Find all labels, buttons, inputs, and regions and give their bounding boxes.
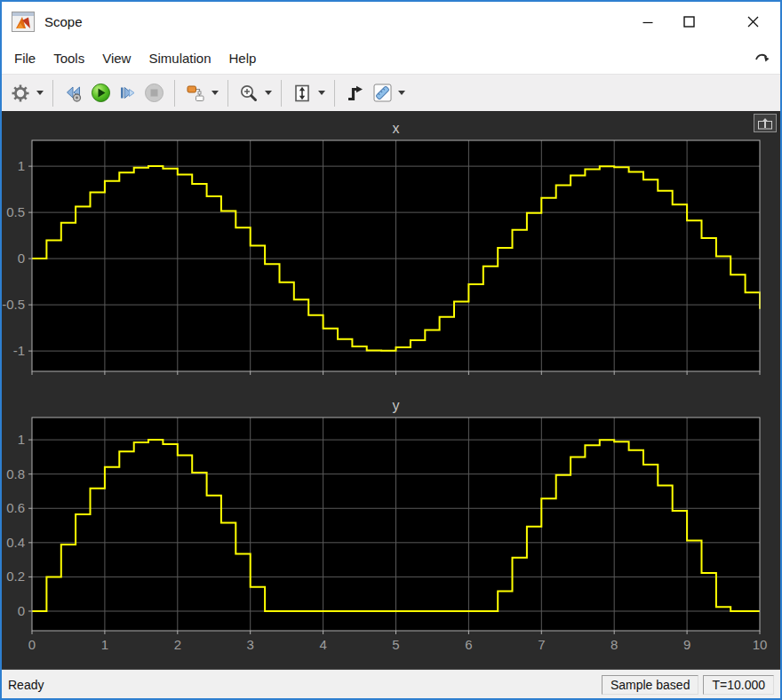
xtick-label: 9 xyxy=(683,637,690,652)
plot-y: 10.80.60.40.20012345678910y xyxy=(6,398,767,652)
step-back-button[interactable] xyxy=(61,80,86,107)
menu-view[interactable]: View xyxy=(93,51,140,66)
status-bar: Ready Sample based T=10.000 xyxy=(2,669,780,700)
window-title: Scope xyxy=(44,14,83,29)
xtick-label: 3 xyxy=(247,637,254,652)
ytick-label: 0.2 xyxy=(6,569,25,584)
step-forward-icon xyxy=(117,84,137,103)
plot-x: 10.50-0.5-1x xyxy=(2,121,760,375)
minimize-button[interactable] xyxy=(627,2,668,42)
stop-icon xyxy=(144,83,164,103)
title-bar: Scope xyxy=(2,2,780,42)
plots-svg: 10.50-0.5-1x10.80.60.40.20012345678910y xyxy=(2,111,780,669)
ytick-label: 0 xyxy=(18,603,25,618)
caret-down-icon xyxy=(36,91,44,95)
xtick-label: 7 xyxy=(538,637,545,652)
menu-bar: File Tools View Simulation Help xyxy=(2,42,780,75)
zoom-button[interactable] xyxy=(236,80,261,107)
toolbar-separator xyxy=(334,80,335,107)
ytick-label: -1 xyxy=(13,343,25,358)
toolbar-separator xyxy=(174,80,175,107)
toolbar-separator xyxy=(281,80,282,107)
ytick-label: 1 xyxy=(18,432,25,447)
xtick-label: 10 xyxy=(753,637,768,652)
sample-mode-badge: Sample based xyxy=(602,675,699,695)
status-right-panels: Sample based T=10.000 xyxy=(602,675,774,695)
gear-icon xyxy=(11,84,30,103)
xtick-label: 2 xyxy=(174,637,181,652)
ytick-label: 0.6 xyxy=(6,500,25,515)
window-controls xyxy=(627,2,780,42)
plot-title-x: x xyxy=(393,121,400,136)
plot-title-y: y xyxy=(393,398,400,413)
dock-button[interactable] xyxy=(754,114,777,132)
caret-down-icon xyxy=(265,91,272,95)
measurements-ruler-icon xyxy=(372,83,393,103)
caret-down-icon xyxy=(398,91,405,95)
zoom-dropdown-caret[interactable] xyxy=(262,80,274,107)
step-back-icon xyxy=(64,84,84,103)
xtick-label: 0 xyxy=(28,637,36,652)
scope-canvas: 10.50-0.5-1x10.80.60.40.20012345678910y xyxy=(2,111,780,669)
stop-button[interactable] xyxy=(141,80,166,107)
step-forward-button[interactable] xyxy=(115,80,140,107)
ytick-label: -0.5 xyxy=(2,297,25,312)
measurements-dropdown-caret[interactable] xyxy=(395,80,407,107)
menu-simulation[interactable]: Simulation xyxy=(140,51,219,66)
sim-time-badge: T=10.000 xyxy=(703,675,774,695)
caret-down-icon xyxy=(318,91,325,95)
dock-panel-icon xyxy=(757,117,773,130)
ytick-label: 0.4 xyxy=(6,535,25,550)
measurements-button[interactable] xyxy=(370,80,395,107)
ytick-label: 0 xyxy=(18,251,25,266)
toolbar xyxy=(2,75,780,111)
fit-to-view-icon xyxy=(292,84,312,103)
signal-selector-icon xyxy=(186,84,205,103)
xtick-label: 4 xyxy=(319,637,326,652)
undock-arrow-icon[interactable] xyxy=(754,50,770,64)
run-button[interactable] xyxy=(88,80,113,107)
xtick-label: 1 xyxy=(101,637,108,652)
fit-to-view-button[interactable] xyxy=(290,80,315,107)
zoom-in-icon xyxy=(239,84,259,103)
maximize-button[interactable] xyxy=(668,2,709,42)
ytick-label: 0.5 xyxy=(6,204,25,219)
matlab-scope-icon xyxy=(12,12,35,32)
close-button[interactable] xyxy=(732,2,773,42)
ytick-label: 1 xyxy=(18,158,25,173)
xtick-label: 5 xyxy=(392,637,399,652)
maximize-icon xyxy=(683,16,695,28)
play-icon xyxy=(91,83,111,103)
fit-dropdown-caret[interactable] xyxy=(315,80,327,107)
scope-window: Scope File Tools View Simulation Help xyxy=(0,0,782,700)
toolbar-separator xyxy=(52,80,53,107)
menu-file[interactable]: File xyxy=(5,51,44,66)
close-icon xyxy=(747,16,759,28)
caret-down-icon xyxy=(211,91,219,95)
status-message: Ready xyxy=(2,678,44,692)
menu-help[interactable]: Help xyxy=(220,51,266,66)
trigger-button[interactable] xyxy=(343,80,368,107)
signal-selector-button[interactable] xyxy=(183,80,208,107)
minimize-icon xyxy=(642,17,653,28)
trigger-step-icon xyxy=(346,84,365,103)
ytick-label: 0.8 xyxy=(6,466,25,481)
settings-gear-button[interactable] xyxy=(8,80,33,107)
toolbar-separator xyxy=(227,80,228,107)
signal-selector-dropdown-caret[interactable] xyxy=(209,80,220,107)
settings-dropdown-caret[interactable] xyxy=(34,80,45,107)
menu-tools[interactable]: Tools xyxy=(44,51,93,66)
xtick-label: 6 xyxy=(465,637,472,652)
xtick-label: 8 xyxy=(610,637,618,652)
